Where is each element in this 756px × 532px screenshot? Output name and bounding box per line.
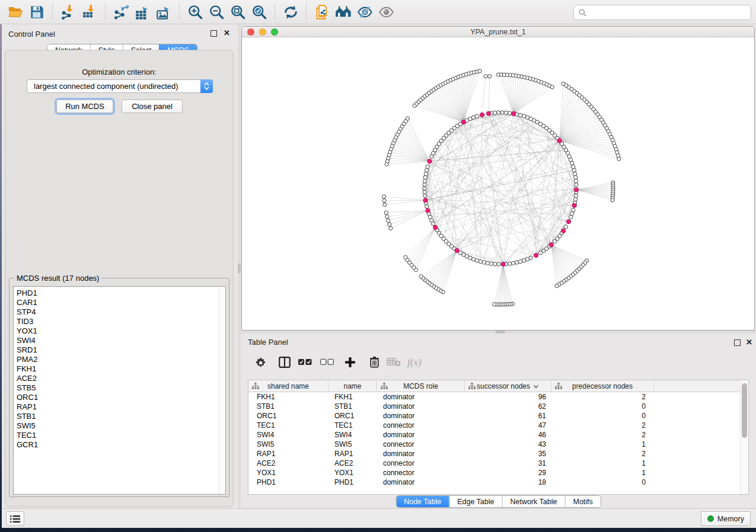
mcds-result-node[interactable]: STB5 bbox=[14, 383, 225, 393]
delete-button[interactable] bbox=[365, 351, 383, 373]
graph-hub-node[interactable] bbox=[426, 209, 430, 213]
graph-node[interactable] bbox=[571, 165, 575, 168]
graph-node[interactable] bbox=[382, 195, 385, 198]
zoom-fit-button[interactable] bbox=[227, 2, 248, 22]
graph-node[interactable] bbox=[425, 204, 429, 208]
network-graph-canvas[interactable] bbox=[242, 37, 754, 330]
mcds-result-node[interactable]: SWI5 bbox=[14, 421, 225, 431]
mcds-result-node[interactable]: SRD1 bbox=[14, 345, 225, 355]
task-history-button[interactable] bbox=[6, 511, 24, 526]
column-header-name[interactable]: name bbox=[328, 380, 377, 392]
graph-node[interactable] bbox=[389, 226, 393, 230]
table-row-RAP1[interactable]: RAP1RAP1dominator352 bbox=[248, 449, 740, 459]
mcds-result-node[interactable]: RAP1 bbox=[14, 402, 225, 412]
delete-table-button[interactable] bbox=[385, 351, 403, 373]
graph-node[interactable] bbox=[419, 275, 423, 278]
graph-node[interactable] bbox=[553, 239, 556, 243]
graph-hub-node[interactable] bbox=[461, 120, 465, 124]
zoom-in-button[interactable] bbox=[184, 2, 206, 22]
show-all-button[interactable] bbox=[375, 2, 397, 22]
tab-edge-table[interactable]: Edge Table bbox=[449, 496, 502, 507]
columns-button[interactable] bbox=[276, 351, 294, 373]
mcds-result-node[interactable]: TID3 bbox=[14, 317, 225, 326]
apply-layout-button[interactable] bbox=[280, 2, 301, 22]
graph-node[interactable] bbox=[423, 187, 426, 190]
search-input[interactable] bbox=[590, 8, 751, 17]
mcds-result-node[interactable]: STP4 bbox=[14, 307, 225, 317]
graph-node[interactable] bbox=[423, 194, 426, 197]
graph-node[interactable] bbox=[572, 168, 576, 172]
column-header-shared-name[interactable]: shared name bbox=[248, 380, 328, 392]
table-panel-close-icon[interactable]: ✕ bbox=[746, 338, 752, 347]
mcds-result-node[interactable]: STB1 bbox=[14, 412, 225, 421]
export-table-button[interactable] bbox=[132, 2, 153, 22]
table-row-PHD1[interactable]: PHD1PHD1dominator180 bbox=[248, 477, 740, 487]
mcds-result-node[interactable]: ORC1 bbox=[14, 393, 225, 402]
graph-node[interactable] bbox=[383, 203, 387, 206]
graph-node[interactable] bbox=[387, 219, 390, 222]
table-scrollbar-thumb[interactable] bbox=[742, 383, 747, 438]
graph-hub-node[interactable] bbox=[480, 113, 484, 117]
graph-node[interactable] bbox=[404, 255, 407, 259]
column-header-successor-nodes[interactable]: successor nodes bbox=[465, 380, 551, 392]
column-header-MCDS-role[interactable]: MCDS role bbox=[377, 380, 465, 392]
first-neighbors-button[interactable] bbox=[333, 2, 354, 22]
graph-node[interactable] bbox=[550, 85, 554, 89]
table-scrollbar[interactable] bbox=[740, 380, 748, 494]
table-row-YOX1[interactable]: YOX1YOX1connector291 bbox=[248, 468, 740, 477]
graph-node[interactable] bbox=[564, 225, 567, 229]
mcds-result-node[interactable]: FKH1 bbox=[14, 364, 225, 374]
graph-node[interactable] bbox=[426, 165, 429, 168]
network-window-titlebar[interactable]: YPA_prune.txt_1 bbox=[242, 27, 754, 37]
graph-node[interactable] bbox=[423, 179, 426, 182]
graph-hub-node[interactable] bbox=[534, 253, 538, 257]
result-list-scrollbar[interactable] bbox=[219, 287, 225, 494]
graph-node[interactable] bbox=[423, 183, 426, 187]
column-header-predecessor-nodes[interactable]: predecessor nodes bbox=[551, 380, 654, 392]
export-network-button[interactable] bbox=[110, 2, 132, 22]
tab-network-table[interactable]: Network Table bbox=[502, 496, 565, 507]
hide-selected-button[interactable] bbox=[354, 2, 375, 22]
graph-hub-node[interactable] bbox=[428, 159, 432, 164]
table-row-SWI4[interactable]: SWI4SWI4dominator462 bbox=[248, 430, 740, 440]
graph-node[interactable] bbox=[497, 111, 500, 114]
graph-hub-node[interactable] bbox=[455, 248, 459, 252]
graph-node[interactable] bbox=[486, 261, 489, 265]
mcds-result-node[interactable]: PMA2 bbox=[14, 355, 225, 364]
graph-node[interactable] bbox=[555, 284, 559, 287]
graph-node[interactable] bbox=[515, 261, 518, 264]
graph-node[interactable] bbox=[384, 211, 388, 214]
graph-node[interactable] bbox=[522, 259, 525, 262]
table-row-STB1[interactable]: STB1STB1dominator620 bbox=[248, 402, 740, 411]
table-row-SWI5[interactable]: SWI5SWI5connector431 bbox=[248, 440, 740, 449]
graph-node[interactable] bbox=[482, 261, 486, 264]
control-panel-close-icon[interactable]: ✕ bbox=[224, 28, 230, 38]
graph-node[interactable] bbox=[508, 262, 511, 265]
graph-node[interactable] bbox=[493, 111, 497, 114]
graph-hub-node[interactable] bbox=[572, 203, 576, 207]
mcds-result-node[interactable]: PHD1 bbox=[14, 289, 225, 298]
graph-node[interactable] bbox=[497, 262, 500, 266]
graph-hub-node[interactable] bbox=[557, 139, 562, 143]
graph-node[interactable] bbox=[382, 198, 386, 202]
mcds-result-node[interactable]: ACE2 bbox=[14, 374, 225, 383]
zoom-out-button[interactable] bbox=[206, 2, 227, 22]
table-settings-button[interactable] bbox=[251, 351, 269, 373]
mcds-result-node[interactable]: YOX1 bbox=[14, 326, 225, 336]
graph-node[interactable] bbox=[406, 117, 409, 120]
tab-node-table[interactable]: Node Table bbox=[396, 496, 449, 507]
graph-node[interactable] bbox=[424, 172, 428, 175]
control-panel-float-icon[interactable] bbox=[210, 30, 217, 37]
import-network-button[interactable] bbox=[58, 2, 79, 22]
graph-node[interactable] bbox=[385, 215, 389, 219]
open-file-button[interactable] bbox=[5, 2, 26, 22]
graph-hub-node[interactable] bbox=[566, 220, 570, 224]
mcds-result-node[interactable]: SWI4 bbox=[14, 336, 225, 345]
graph-node[interactable] bbox=[575, 183, 578, 187]
graph-node[interactable] bbox=[538, 251, 542, 255]
graph-node[interactable] bbox=[504, 111, 508, 114]
graph-hub-node[interactable] bbox=[501, 262, 505, 266]
mcds-result-node[interactable]: CAR1 bbox=[14, 298, 225, 307]
tab-motifs[interactable]: Motifs bbox=[564, 496, 600, 507]
add-button[interactable] bbox=[341, 351, 359, 373]
